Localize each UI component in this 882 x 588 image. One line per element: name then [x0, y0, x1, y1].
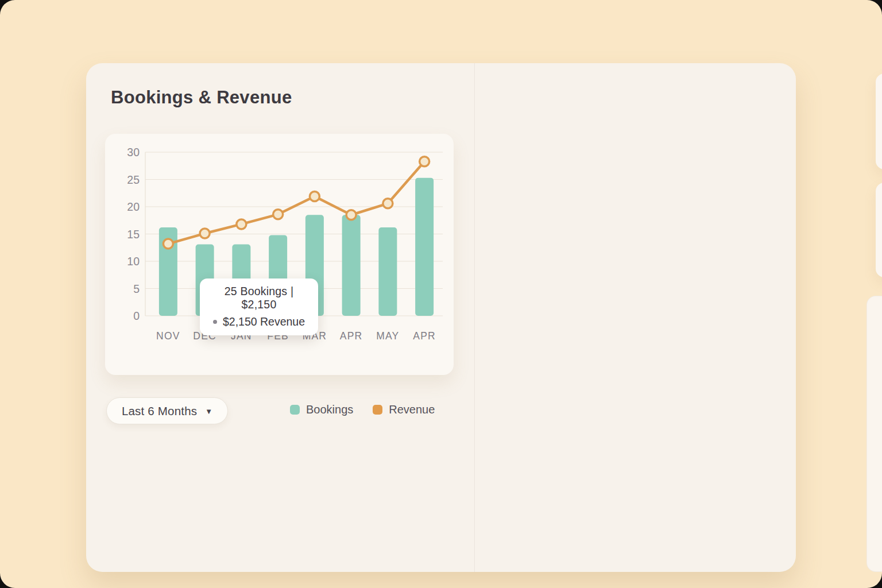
svg-text:20: 20 — [127, 200, 140, 213]
recent-activity-panel: Recent Activity 1 week ago — [866, 296, 882, 572]
svg-text:MAY: MAY — [376, 330, 399, 342]
time-range-dropdown[interactable]: Last 6 Months ▼ — [106, 397, 228, 424]
legend-item-bookings: Bookings — [290, 403, 353, 416]
svg-text:10: 10 — [127, 255, 140, 268]
dashboard-screen: Bookings & Revenue 051015202530NOVDECJAN… — [0, 0, 882, 588]
bookings-swatch-icon — [290, 405, 300, 415]
svg-text:15: 15 — [127, 228, 140, 241]
tooltip-dot-icon — [213, 320, 217, 324]
chart-tooltip: 25 Bookings | $2,150 $2,150 Revenue — [200, 278, 318, 335]
svg-text:NOV: NOV — [156, 330, 180, 342]
tooltip-line1: 25 Bookings | $2,150 — [206, 285, 312, 311]
svg-text:0: 0 — [133, 310, 140, 322]
chart-legend: Bookings Revenue — [290, 403, 435, 416]
legend-item-revenue: Revenue — [373, 403, 435, 416]
tooltip-line2: $2,150 Revenue — [206, 315, 312, 328]
page-title: Bookings & Revenue — [111, 87, 292, 108]
time-range-label: Last 6 Months — [122, 404, 197, 418]
svg-text:5: 5 — [133, 283, 140, 295]
revenue-swatch-icon — [373, 405, 382, 415]
stat-card-new-clients: New Clients ↑ 134 ++32 this month — [876, 74, 882, 169]
bookings-revenue-chart-card: 051015202530NOVDECJANFEBMARAPRMAYAPR 25 … — [105, 134, 454, 375]
stat-card-cancellations-1: ↴ Cancellations 5 ↓ -2 this month — [876, 183, 882, 277]
dashboard-card: Bookings & Revenue 051015202530NOVDECJAN… — [86, 63, 796, 572]
svg-text:APR: APR — [340, 330, 363, 342]
chevron-down-icon: ▼ — [205, 406, 212, 416]
right-pane: New Clients ↑ 134 ++32 this month ↑ Reve… — [474, 63, 796, 572]
svg-text:APR: APR — [413, 330, 436, 342]
svg-text:30: 30 — [127, 146, 140, 158]
svg-text:25: 25 — [127, 173, 140, 186]
